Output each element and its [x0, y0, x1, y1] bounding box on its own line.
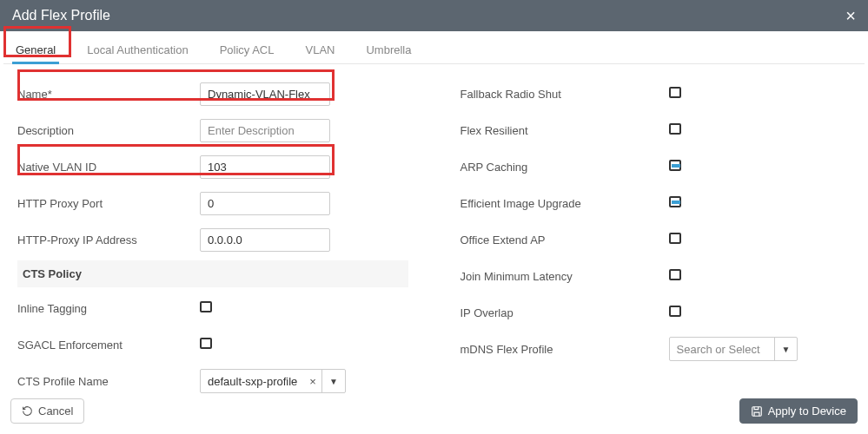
mdns-label: mDNS Flex Profile: [461, 343, 669, 356]
http-proxy-port-label: HTTP Proxy Port: [17, 197, 200, 210]
http-proxy-ip-label: HTTP-Proxy IP Address: [17, 233, 200, 247]
native-vlan-label: Native VLAN ID: [17, 161, 200, 174]
cts-policy-header: CTS Policy: [17, 260, 408, 287]
office-extend-checkbox[interactable]: [669, 233, 681, 244]
arp-caching-checkbox[interactable]: [669, 160, 681, 171]
tab-general-label: General: [16, 43, 56, 56]
save-icon: [751, 405, 763, 418]
row-efficient-upgrade: Efficient Image Upgrade: [461, 187, 851, 219]
http-proxy-port-input[interactable]: [200, 192, 330, 215]
native-vlan-input[interactable]: [200, 155, 330, 179]
row-flex-resilient: Flex Resilient: [461, 115, 851, 146]
cancel-button[interactable]: Cancel: [10, 398, 84, 424]
cts-profile-value: default-sxp-profile: [201, 375, 304, 388]
tab-policy-acl[interactable]: Policy ACL: [216, 38, 278, 63]
inline-tagging-label: Inline Tagging: [17, 302, 200, 315]
description-input[interactable]: [200, 119, 330, 142]
flex-resilient-checkbox[interactable]: [669, 123, 681, 135]
undo-icon: [22, 405, 33, 417]
right-column: Fallback Radio Shut Flex Resilient ARP C…: [461, 78, 851, 402]
tab-bar: General Local Authentication Policy ACL …: [3, 31, 865, 64]
left-column: Name* Description Native VLAN ID HTTP Pr…: [17, 78, 408, 402]
fallback-radio-checkbox[interactable]: [669, 87, 681, 98]
join-latency-checkbox[interactable]: [669, 269, 681, 280]
tab-general[interactable]: General: [12, 38, 59, 63]
tab-umbrella-label: Umbrella: [366, 43, 411, 56]
cts-profile-label: CTS Profile Name: [17, 375, 200, 388]
tab-vlan-label: VLAN: [306, 43, 335, 56]
ip-overlap-label: IP Overlap: [461, 306, 669, 319]
row-join-latency: Join Minimum Latency: [461, 260, 851, 292]
row-office-extend: Office Extend AP: [461, 224, 851, 255]
row-arp-caching: ARP Caching: [461, 151, 851, 182]
row-native-vlan: Native VLAN ID: [17, 151, 408, 182]
tab-local-auth-label: Local Authentication: [87, 43, 188, 56]
footer: Cancel Apply to Device: [0, 390, 868, 434]
mdns-select[interactable]: Search or Select ▼: [669, 337, 798, 361]
sgacl-label: SGACL Enforcement: [17, 339, 200, 352]
chevron-down-icon[interactable]: ▼: [774, 338, 798, 360]
row-http-proxy-port: HTTP Proxy Port: [17, 187, 408, 219]
name-label: Name*: [17, 88, 200, 101]
row-ip-overlap: IP Overlap: [461, 297, 851, 328]
close-icon[interactable]: ×: [845, 7, 856, 24]
apply-label: Apply to Device: [768, 404, 846, 418]
row-inline-tagging: Inline Tagging: [17, 293, 408, 324]
inline-tagging-checkbox[interactable]: [200, 301, 212, 312]
efficient-upgrade-checkbox[interactable]: [669, 196, 681, 207]
content-area: Name* Description Native VLAN ID HTTP Pr…: [0, 64, 868, 409]
flex-resilient-label: Flex Resilient: [461, 124, 669, 137]
ip-overlap-checkbox[interactable]: [669, 306, 681, 317]
office-extend-label: Office Extend AP: [461, 233, 669, 247]
modal-header: Add Flex Profile ×: [0, 0, 868, 31]
mdns-placeholder: Search or Select: [670, 343, 774, 356]
http-proxy-ip-input[interactable]: [200, 228, 330, 252]
row-http-proxy-ip: HTTP-Proxy IP Address: [17, 224, 408, 255]
efficient-upgrade-label: Efficient Image Upgrade: [461, 197, 669, 210]
svg-rect-0: [752, 406, 761, 416]
row-mdns: mDNS Flex Profile Search or Select ▼: [461, 333, 851, 365]
join-latency-label: Join Minimum Latency: [461, 270, 669, 283]
fallback-radio-label: Fallback Radio Shut: [461, 88, 669, 101]
row-fallback-radio: Fallback Radio Shut: [461, 78, 851, 109]
name-input[interactable]: [200, 82, 330, 106]
cts-profile-clear-icon[interactable]: ×: [304, 375, 321, 388]
tab-policy-acl-label: Policy ACL: [220, 43, 275, 56]
sgacl-checkbox[interactable]: [200, 338, 212, 349]
modal-title: Add Flex Profile: [12, 8, 110, 23]
row-sgacl: SGACL Enforcement: [17, 329, 408, 360]
apply-button[interactable]: Apply to Device: [739, 398, 858, 424]
row-name: Name*: [17, 78, 408, 109]
tab-umbrella[interactable]: Umbrella: [362, 38, 414, 63]
description-label: Description: [17, 124, 200, 137]
row-description: Description: [17, 115, 408, 146]
cancel-label: Cancel: [38, 404, 73, 418]
tab-local-authentication[interactable]: Local Authentication: [83, 38, 191, 63]
tab-vlan[interactable]: VLAN: [302, 38, 339, 63]
arp-caching-label: ARP Caching: [461, 161, 669, 174]
